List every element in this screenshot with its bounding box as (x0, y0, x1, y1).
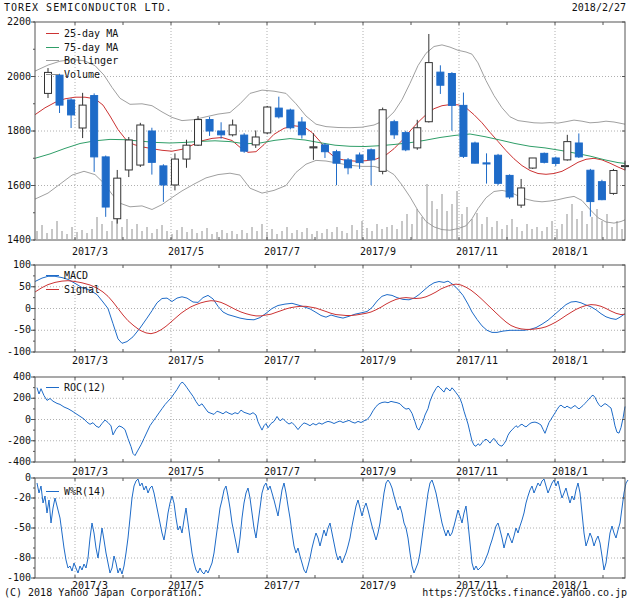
page-title: TOREX SEMICONDUCTOR LTD. (4, 2, 173, 13)
candle-down (333, 152, 340, 163)
candle-down (91, 96, 98, 157)
legend-item-signal: Signal (46, 283, 100, 297)
candle-down (437, 72, 444, 85)
series-line (37, 382, 625, 456)
x-axis-label: 2017/5 (168, 246, 204, 257)
candle-up (425, 63, 432, 122)
legend-label: MACD (64, 270, 88, 281)
candle-down (402, 133, 409, 150)
roc-line-icon (46, 387, 59, 388)
series-line (35, 45, 625, 128)
legend-label: 25-day MA (64, 28, 118, 39)
x-axis-label: 2017/9 (360, 246, 396, 257)
candle-down (483, 163, 490, 164)
x-axis-label: 2017/9 (360, 355, 396, 366)
candle-down (160, 166, 167, 185)
y-axis-label: 200 (13, 392, 31, 403)
candle-up (610, 171, 617, 194)
y-axis-label: -100 (7, 572, 31, 583)
y-axis-label: -80 (13, 552, 31, 563)
legend-item-roc: ROC(12) (46, 381, 106, 395)
legend-item-wpr: W%R(14) (46, 485, 106, 499)
candle-down (506, 175, 513, 197)
candle-down (575, 143, 582, 157)
y-axis-label: 50 (19, 281, 31, 292)
x-axis-label: 2018/1 (552, 355, 588, 366)
candle-up (195, 120, 202, 146)
candle-down (102, 157, 109, 207)
legend-item-volume: Volume (46, 68, 118, 82)
legend-item-ma75: 75-day MA (46, 41, 118, 55)
candle-up (229, 125, 236, 135)
x-axis-label: 2017/3 (72, 466, 108, 477)
y-axis-label: -20 (13, 492, 31, 503)
series-line (35, 160, 625, 230)
legend-item-ma25: 25-day MA (46, 27, 118, 41)
legend-item-bollinger: Bollinger (46, 54, 118, 68)
x-axis-label: 2017/3 (72, 355, 108, 366)
x-axis-label: 2017/11 (456, 355, 498, 366)
wpr-line-icon (46, 491, 59, 492)
candle-down (587, 170, 594, 201)
x-axis-label: 2017/7 (264, 355, 300, 366)
candle-down (471, 143, 478, 163)
price-panel-legend: 25-day MA 75-day MA Bollinger Volume (46, 27, 118, 81)
x-axis-label: 2017/3 (72, 246, 108, 257)
volume-line-icon (46, 74, 59, 75)
candle-up (125, 140, 132, 170)
candle-down (345, 160, 352, 168)
x-axis-label: 2017/7 (264, 580, 300, 591)
candle-up (171, 159, 178, 185)
x-axis-label: 2017/11 (456, 246, 498, 257)
x-axis-label: 2018/1 (552, 466, 588, 477)
series-line (35, 281, 625, 334)
copyright-text: (C) 2018 Yahoo Japan Corporation. (4, 587, 203, 598)
x-axis-label: 2017/7 (264, 246, 300, 257)
chart-page: 140016001800200022002017/32017/52017/720… (0, 0, 630, 600)
candle-down (448, 74, 455, 106)
macd-panel-legend: MACD Signal (46, 269, 100, 296)
legend-label: Bollinger (64, 55, 118, 66)
candle-up (137, 125, 144, 165)
y-axis-label: -200 (7, 435, 31, 446)
y-axis-label: 400 (13, 371, 31, 382)
candle-down (275, 108, 282, 117)
legend-label: W%R(14) (64, 486, 106, 497)
candle-up (564, 142, 571, 160)
candle-down (321, 145, 328, 152)
x-axis-label: 2017/5 (168, 355, 204, 366)
bollinger-line-icon (46, 60, 59, 61)
candle-up (310, 147, 317, 148)
x-axis-label: 2018/1 (552, 246, 588, 257)
candle-down (368, 150, 375, 160)
macd-line-icon (46, 275, 59, 276)
candle-down (68, 100, 75, 115)
legend-label: 75-day MA (64, 42, 118, 53)
ma25-line-icon (46, 33, 59, 34)
y-axis-label: 2200 (7, 16, 31, 27)
candle-up (114, 178, 121, 219)
candle-down (298, 122, 305, 135)
candle-up (183, 145, 190, 159)
y-axis-label: 2000 (7, 71, 31, 82)
x-axis-label: 2017/9 (360, 580, 396, 591)
candle-down (287, 110, 294, 128)
y-axis-label: 0 (25, 414, 31, 425)
candle-down (460, 105, 467, 156)
stock-chart-svg: 140016001800200022002017/32017/52017/720… (0, 0, 630, 600)
candle-up (529, 158, 536, 168)
legend-label: Signal (64, 284, 100, 295)
candle-down (241, 135, 248, 151)
candle-up (379, 110, 386, 172)
candle-down (206, 120, 213, 131)
x-axis-label: 2017/11 (456, 466, 498, 477)
legend-label: Volume (64, 69, 100, 80)
candle-up (252, 137, 259, 145)
legend-label: ROC(12) (64, 382, 106, 393)
candle-up (414, 128, 421, 148)
y-axis-label: 0 (25, 472, 31, 483)
wpr-panel-legend: W%R(14) (46, 485, 106, 499)
source-url: https://stocks.finance.yahoo.co.jp (422, 587, 627, 598)
y-axis-label: 100 (13, 259, 31, 270)
candle-up (518, 188, 525, 205)
